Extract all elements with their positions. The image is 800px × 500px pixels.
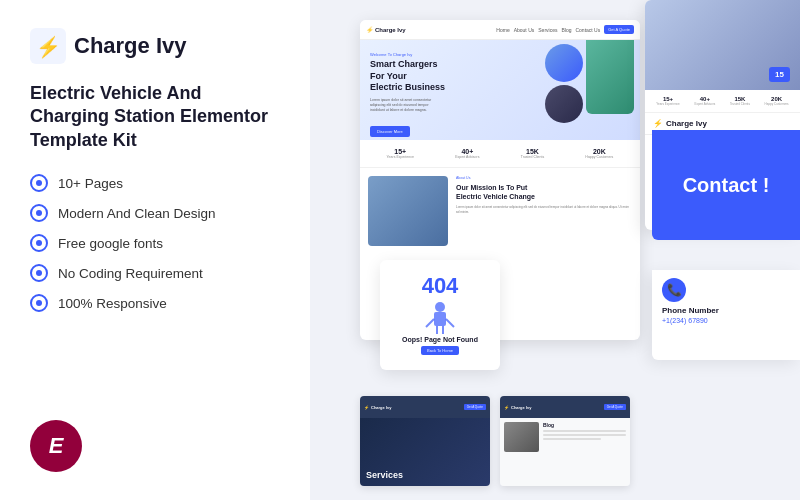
blog-card-header: ⚡ Charge Ivy Get A Quote xyxy=(500,396,630,418)
about-image xyxy=(368,176,448,246)
error-404-card: 404 Oops! Page Not Found Back To Home xyxy=(380,260,500,370)
nav-logo-icon: ⚡ xyxy=(366,26,373,33)
stat-customers: 20K Happy Customers xyxy=(585,148,613,159)
bottom-preview-cards: ⚡ Charge Ivy Get A Quote Services ⚡ Char… xyxy=(360,396,630,486)
services-card-content: Services xyxy=(360,418,490,486)
bullet-icon-3 xyxy=(30,264,48,282)
svg-text:⚡: ⚡ xyxy=(36,35,61,59)
stat-clients: 15K Trusted Clients xyxy=(521,148,544,159)
top-right-stats: 15+ Years Experience 40+ Expert Advisors… xyxy=(645,90,800,113)
contact-title: Contact ! xyxy=(683,174,770,197)
preview-about: About Us Our Mission Is To PutElectric V… xyxy=(360,168,640,254)
feature-label-4: 100% Responsive xyxy=(58,296,167,311)
stat-customers-label: Happy Customers xyxy=(585,155,613,159)
error-code: 404 xyxy=(422,275,459,297)
bullet-icon-2 xyxy=(30,234,48,252)
stat-experience-label: Years Experience xyxy=(387,155,414,159)
feature-item-0: 10+ Pages xyxy=(30,174,280,192)
brand-name: Charge Ivy xyxy=(74,33,187,59)
svg-line-5 xyxy=(446,319,454,327)
about-badge: About Us xyxy=(456,176,632,180)
phone-number: +1(234) 67890 xyxy=(662,317,790,324)
services-card-header: ⚡ Charge Ivy Get A Quote xyxy=(360,396,490,418)
svg-line-4 xyxy=(426,319,434,327)
phone-symbol: 📞 xyxy=(667,283,682,297)
svg-point-2 xyxy=(435,302,445,312)
elementor-badge: E xyxy=(30,420,82,472)
nav-logo: ⚡ Charge Ivy xyxy=(366,26,406,33)
blog-text-line-2 xyxy=(543,434,626,436)
stat-advisors-label: Expert Advisors xyxy=(455,155,479,159)
error-illustration xyxy=(410,299,470,334)
bullet-icon-0 xyxy=(30,174,48,192)
blog-section-title: Blog xyxy=(543,422,626,428)
tr-stat-0: 15+ Years Experience xyxy=(656,96,679,106)
feature-item-4: 100% Responsive xyxy=(30,294,280,312)
error-cta-button[interactable]: Back To Home xyxy=(421,346,459,355)
phone-label: Phone Number xyxy=(662,306,790,315)
contact-section: Contact ! xyxy=(652,130,800,240)
stat-advisors: 40+ Expert Advisors xyxy=(455,148,479,159)
feature-label-2: Free google fonts xyxy=(58,236,163,251)
tr-stat-2: 15K Trusted Clients xyxy=(730,96,750,106)
blog-card-content: Blog xyxy=(500,418,630,486)
counter-badge: 15 xyxy=(769,67,790,82)
tr-stat-1: 40+ Expert Advisors xyxy=(694,96,715,106)
feature-item-2: Free google fonts xyxy=(30,234,280,252)
blog-text-line-3 xyxy=(543,438,601,440)
stat-experience: 15+ Years Experience xyxy=(387,148,414,159)
hero-title: Smart ChargersFor YourElectric Business xyxy=(370,59,630,94)
nav-link-blog: Blog xyxy=(561,27,571,33)
logo-row: ⚡ Charge Ivy xyxy=(30,28,280,64)
blog-text-line-1 xyxy=(543,430,626,432)
hero-text: Welcome To Charge Ivy Smart ChargersFor … xyxy=(370,52,630,137)
blog-preview-card: ⚡ Charge Ivy Get A Quote Blog xyxy=(500,396,630,486)
nav-link-home: Home xyxy=(496,27,509,33)
hero-cta-button[interactable]: Discover More xyxy=(370,126,410,137)
feature-item-3: No Coding Requirement xyxy=(30,264,280,282)
blog-image xyxy=(504,422,539,452)
feature-item-1: Modern And Clean Design xyxy=(30,204,280,222)
about-title: Our Mission Is To PutElectric Vehicle Ch… xyxy=(456,183,632,201)
hero-welcome: Welcome To Charge Ivy xyxy=(370,52,630,57)
nav-links: Home About Us Services Blog Contact Us G… xyxy=(496,25,634,34)
nav-link-contact: Contact Us xyxy=(575,27,600,33)
preview-hero: Welcome To Charge Ivy Smart ChargersFor … xyxy=(360,40,640,140)
stats-row: 15+ Years Experience 40+ Expert Advisors… xyxy=(360,140,640,168)
stat-clients-label: Trusted Clients xyxy=(521,155,544,159)
feature-label-3: No Coding Requirement xyxy=(58,266,203,281)
services-preview-card: ⚡ Charge Ivy Get A Quote Services xyxy=(360,396,490,486)
error-title: Oops! Page Not Found xyxy=(402,336,478,343)
bullet-icon-4 xyxy=(30,294,48,312)
nav-link-services: Services xyxy=(538,27,557,33)
stat-advisors-num: 40+ xyxy=(455,148,479,155)
phone-preview: 📞 Phone Number +1(234) 67890 xyxy=(652,270,800,360)
about-desc: Lorem ipsum dolor sit amet consectetur a… xyxy=(456,205,632,214)
left-panel: ⚡ Charge Ivy Electric Vehicle And Chargi… xyxy=(0,0,310,500)
tr-stat-3: 20K Happy Customers xyxy=(765,96,789,106)
elementor-e-icon: E xyxy=(49,433,64,459)
services-card-logo: Charge Ivy xyxy=(371,405,391,410)
phone-icon: 📞 xyxy=(662,278,686,302)
services-section-title: Services xyxy=(366,470,403,480)
nav-cta-button[interactable]: Get A Quote xyxy=(604,25,634,34)
features-list: 10+ Pages Modern And Clean Design Free g… xyxy=(30,174,280,312)
nav-link-about: About Us xyxy=(514,27,535,33)
feature-label-1: Modern And Clean Design xyxy=(58,206,216,221)
blog-text-block: Blog xyxy=(543,422,626,452)
stat-customers-num: 20K xyxy=(585,148,613,155)
blog-card-cta[interactable]: Get A Quote xyxy=(604,404,626,410)
nav-logo-text: Charge Ivy xyxy=(375,27,406,33)
logo-icon: ⚡ xyxy=(30,28,66,64)
stat-experience-num: 15+ xyxy=(387,148,414,155)
hero-subtitle: Lorem ipsum dolor sit amet consecteturad… xyxy=(370,98,630,113)
preview-navbar: ⚡ Charge Ivy Home About Us Services Blog… xyxy=(360,20,640,40)
blog-card-logo: Charge Ivy xyxy=(511,405,531,410)
tagline: Electric Vehicle And Charging Station El… xyxy=(30,82,280,152)
right-panel: ⚡ Charge Ivy Home About Us Services Blog… xyxy=(310,0,800,500)
stat-clients-num: 15K xyxy=(521,148,544,155)
feature-label-0: 10+ Pages xyxy=(58,176,123,191)
services-card-cta[interactable]: Get A Quote xyxy=(464,404,486,410)
svg-rect-3 xyxy=(434,312,446,326)
about-text-block: About Us Our Mission Is To PutElectric V… xyxy=(456,176,632,246)
